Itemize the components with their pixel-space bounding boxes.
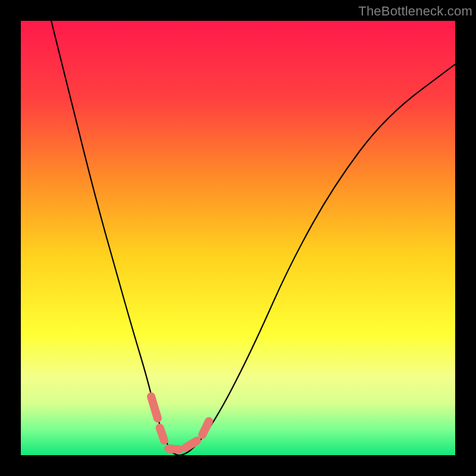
watermark-text: TheBottleneck.com	[358, 4, 472, 19]
chart-curve	[51, 21, 455, 455]
chart-svg	[21, 21, 455, 455]
chart-frame: TheBottleneck.com	[0, 0, 476, 476]
